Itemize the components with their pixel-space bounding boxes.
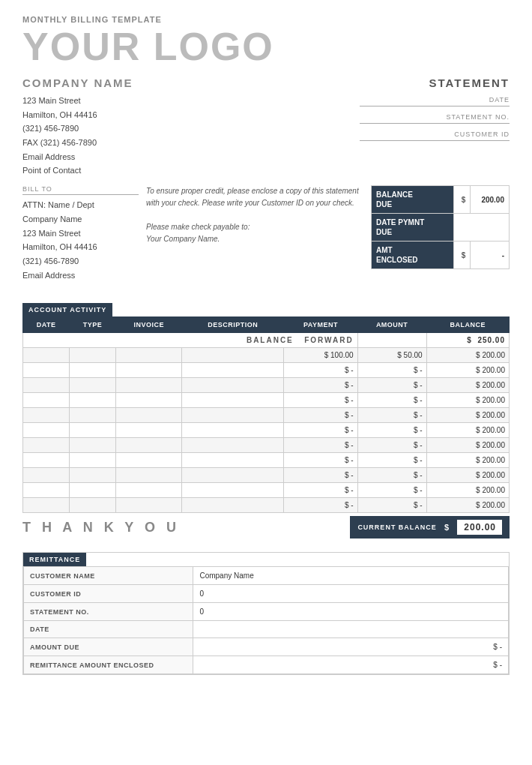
current-balance-label: CURRENT BALANCE (357, 524, 437, 531)
statement-fields: DATE STATEMENT NO. CUSTOMER ID (360, 94, 510, 146)
activity-row: $ -$ -$ 200.00 (23, 438, 510, 453)
statement-no-field: STATEMENT NO. (360, 111, 510, 124)
remittance-row: CUSTOMER ID0 (24, 585, 509, 603)
current-balance-value: 200.00 (457, 520, 502, 535)
activity-row: $ -$ -$ 200.00 (23, 498, 510, 513)
bill-to-col: BILL TO ATTN: Name / Dept Company Name 1… (22, 185, 139, 282)
col-balance: BALANCE (426, 317, 509, 333)
bill-to-attn: ATTN: Name / Dept (22, 198, 139, 212)
col-amount: AMOUNT (357, 317, 426, 333)
remittance-header: REMITTANCE (23, 553, 86, 566)
company-address2: Hamilton, OH 44416 (22, 108, 97, 122)
activity-row: $ -$ -$ 200.00 (23, 453, 510, 468)
activity-row: $ 100.00$ 50.00$ 200.00 (23, 348, 510, 363)
company-info: 123 Main Street Hamilton, OH 44416 (321)… (22, 94, 97, 178)
company-address1: 123 Main Street (22, 94, 97, 108)
bill-to-info: ATTN: Name / Dept Company Name 123 Main … (22, 198, 139, 282)
top-section: 123 Main Street Hamilton, OH 44416 (321)… (22, 94, 510, 178)
header-row: COMPANY NAME STATEMENT (22, 76, 510, 89)
remittance-row: DATE (24, 621, 509, 638)
section-header-wrapper: ACCOUNT ACTIVITY (22, 292, 510, 316)
activity-row: $ -$ -$ 200.00 (23, 483, 510, 498)
remittance-row: CUSTOMER NAMECompany Name (24, 567, 509, 585)
customer-id-field: CUSTOMER ID (360, 128, 510, 141)
company-fax: FAX (321) 456-7890 (22, 136, 97, 150)
activity-row: $ -$ -$ 200.00 (23, 393, 510, 408)
col-type: TYPE (70, 317, 116, 333)
col-date: DATE (23, 317, 70, 333)
bill-to-label: BILL TO (22, 185, 139, 195)
bill-to-section: BILL TO ATTN: Name / Dept Company Name 1… (22, 185, 510, 282)
col-description: DESCRIPTION (182, 317, 284, 333)
current-balance-dollar: $ (444, 523, 450, 532)
note-col: To ensure proper credit, please enclose … (139, 185, 371, 245)
remittance-section: REMITTANCE CUSTOMER NAMECompany NameCUST… (22, 552, 510, 675)
balance-due-dollar: $ (454, 186, 471, 214)
company-contact: Point of Contact (22, 164, 97, 178)
col-payment: PAYMENT (284, 317, 357, 333)
date-pymnt-value (454, 214, 510, 242)
remittance-row: AMOUNT DUE$ - (24, 638, 509, 656)
bill-to-address1: 123 Main Street (22, 226, 139, 241)
logo: YOUR LOGO (22, 27, 510, 66)
date-pymnt-label: DATE PYMNTDUE (372, 214, 454, 242)
thank-you-row: T H A N K Y O U CURRENT BALANCE $ 200.00 (22, 516, 510, 538)
activity-row: $ -$ -$ 200.00 (23, 423, 510, 438)
amt-enclosed-label: AMTENCLOSED (372, 242, 454, 269)
activity-row: $ -$ -$ 200.00 (23, 468, 510, 483)
date-field: DATE (360, 94, 510, 106)
amt-enclosed-dollar: $ (454, 242, 471, 269)
activity-row: $ -$ -$ 200.00 (23, 363, 510, 378)
bill-to-company: Company Name (22, 212, 139, 226)
balance-box: BALANCEDUE $ 200.00 DATE PYMNTDUE AMTENC… (371, 185, 510, 269)
note-text: To ensure proper credit, please enclose … (146, 187, 359, 243)
remittance-table: CUSTOMER NAMECompany NameCUSTOMER ID0STA… (23, 566, 509, 674)
current-balance-box: CURRENT BALANCE $ 200.00 (350, 516, 510, 538)
company-email: Email Address (22, 150, 97, 164)
thank-you-text: T H A N K Y O U (22, 520, 180, 536)
bill-to-address2: Hamilton, OH 44416 (22, 240, 139, 254)
col-invoice: INVOICE (115, 317, 181, 333)
amt-enclosed-value: - (471, 242, 510, 269)
remittance-row: STATEMENT NO.0 (24, 603, 509, 621)
company-name-heading: COMPANY NAME (22, 76, 133, 89)
balance-due-label: BALANCEDUE (372, 186, 454, 214)
balance-forward-row: BALANCE FORWARD $ 250.00 (23, 333, 510, 348)
bill-to-phone: (321) 456-7890 (22, 254, 139, 268)
balance-due-value: 200.00 (471, 186, 510, 214)
company-phone: (321) 456-7890 (22, 122, 97, 136)
page-wrapper: MONTHLY BILLING TEMPLATE YOUR LOGO COMPA… (22, 15, 510, 675)
activity-row: $ -$ -$ 200.00 (23, 378, 510, 393)
bill-to-email: Email Address (22, 268, 139, 283)
account-activity-header: ACCOUNT ACTIVITY (22, 303, 112, 316)
statement-heading: STATEMENT (429, 76, 510, 89)
remittance-row: REMITTANCE AMOUNT ENCLOSED$ - (24, 656, 509, 674)
template-title: MONTHLY BILLING TEMPLATE (22, 15, 510, 24)
activity-row: $ -$ -$ 200.00 (23, 408, 510, 423)
activity-table: DATE TYPE INVOICE DESCRIPTION PAYMENT AM… (22, 316, 510, 513)
